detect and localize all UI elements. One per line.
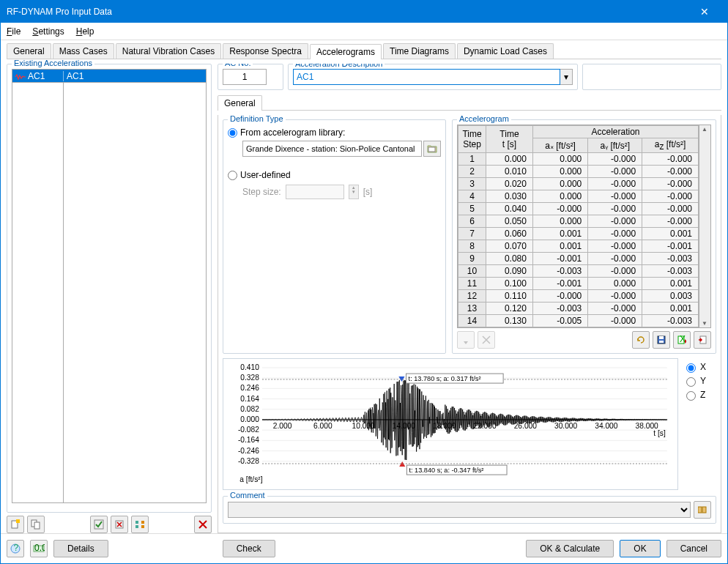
table-row[interactable]: 120.110-0.000-0.0000.003 [458,290,699,303]
inner-tab-general[interactable]: General [218,95,262,111]
svg-text:-0.246: -0.246 [238,447,259,455]
svg-text:0.410: 0.410 [240,363,259,371]
ac-no-group: AC No. [218,64,283,90]
tab-general[interactable]: General [7,43,51,59]
svg-rect-58 [698,507,702,513]
export-excel-button[interactable]: X [673,331,691,349]
comment-library-button[interactable] [694,501,711,519]
radio-user-defined[interactable] [228,171,237,180]
svg-text:t: 13.780 s; a: 0.317 ft/s²: t: 13.780 s; a: 0.317 ft/s² [409,376,481,383]
radio-axis-z[interactable] [686,391,696,401]
svg-text:0.164: 0.164 [240,395,259,403]
table-row[interactable]: 60.0500.000-0.000-0.000 [458,215,699,228]
tab-time-diagrams[interactable]: Time Diagrams [383,43,456,59]
table-row[interactable]: 90.080-0.001-0.000-0.003 [458,253,699,265]
col-ax: aₓ [ft/s²] [532,138,587,153]
tab-mass-cases[interactable]: Mass Cases [53,43,114,59]
table-row[interactable]: 140.130-0.005-0.000-0.003 [458,315,699,327]
pin-button[interactable] [457,331,475,349]
svg-rect-59 [702,507,706,513]
accelerogram-table[interactable]: TimeStep Timet [s] Acceleration aₓ [ft/s… [457,125,711,328]
table-row[interactable]: 70.0600.001-0.0000.001 [458,228,699,240]
svg-text:a [ft/s²]: a [ft/s²] [239,475,262,483]
col-time-step: TimeStep [458,126,486,153]
table-scrollbar[interactable] [699,125,710,327]
radio-axis-x[interactable] [686,363,696,373]
undo-button[interactable] [632,331,650,349]
col-time: Timet [s] [486,126,533,153]
list-item[interactable]: AC1 AC1 [12,70,206,83]
svg-text:30.000: 30.000 [554,422,578,430]
table-row[interactable]: 40.0300.000-0.000-0.000 [458,190,699,203]
copy-button[interactable] [27,516,45,533]
step-size-input [286,185,344,199]
unpin-button[interactable] [478,331,495,349]
ac-description-input[interactable] [293,69,560,85]
definition-type-group: Definition Type From accelerogram librar… [223,119,446,354]
table-row[interactable]: 130.120-0.003-0.0000.001 [458,303,699,315]
svg-rect-1 [16,519,20,523]
svg-rect-6 [135,521,138,524]
comment-input[interactable] [228,502,691,518]
menu-help[interactable]: Help [76,26,94,37]
svg-text:-0.164: -0.164 [238,437,259,445]
window-title: RF-DYNAM Pro Input Data [7,7,688,17]
svg-text:X: X [680,335,686,344]
ok-calculate-button[interactable]: OK & Calculate [526,540,614,557]
svg-text:-0.328: -0.328 [238,457,259,465]
tab-response-spectra[interactable]: Response Spectra [223,43,308,59]
radio-from-library-label: From accelerogram library: [240,127,345,138]
ok-button[interactable]: OK [620,540,660,557]
comment-group: Comment [223,496,716,524]
svg-text:26.000: 26.000 [514,422,538,430]
footer: ? 0.00 Details Check OK & Calculate OK C… [1,533,727,563]
check-toggle-button[interactable] [90,516,108,533]
radio-axis-y[interactable] [686,377,696,387]
save-button[interactable] [653,331,670,349]
empty-group [582,64,721,90]
col-acceleration: Acceleration [532,126,698,138]
tab-dynamic-load-cases[interactable]: Dynamic Load Cases [457,43,554,59]
table-row[interactable]: 50.040-0.000-0.000-0.000 [458,203,699,215]
svg-text:0.082: 0.082 [240,405,259,413]
delete-column-button[interactable] [111,516,128,533]
units-button[interactable]: 0.00 [30,540,48,557]
svg-rect-3 [34,522,40,529]
menu-settings[interactable]: Settings [32,26,64,37]
svg-text:-0.082: -0.082 [238,426,259,434]
col-ay: aᵧ [ft/s²] [588,138,642,153]
chevron-down-icon[interactable]: ▾ [560,69,573,85]
import-button[interactable] [694,331,711,349]
svg-text:0.328: 0.328 [240,374,259,382]
svg-text:0.00: 0.00 [34,543,45,553]
close-button[interactable]: ✕ [688,1,721,23]
accelerations-list[interactable]: AC1 AC1 [12,69,207,503]
table-row[interactable]: 110.100-0.0010.0000.001 [458,278,699,290]
help-button[interactable]: ? [7,540,24,557]
ac-no-input[interactable] [223,69,267,85]
tab-natural-vibration[interactable]: Natural Vibration Cases [116,43,222,59]
check-button[interactable]: Check [223,540,275,557]
new-button[interactable] [7,516,24,533]
table-row[interactable]: 10.0000.000-0.000-0.000 [458,153,699,166]
menu-file[interactable]: File [7,26,21,37]
step-size-label: Step size: [242,187,281,197]
delete-button[interactable] [194,516,212,533]
table-row[interactable]: 30.0200.000-0.000-0.000 [458,178,699,190]
library-browse-button[interactable] [423,141,441,157]
svg-text:t [s]: t [s] [653,429,666,437]
ac-description-legend: Acceleration Description [293,64,385,69]
accelerogram-chart[interactable]: -0.328-0.246-0.164-0.0820.0000.0820.1640… [223,358,678,490]
reorder-button[interactable] [131,516,149,533]
table-row[interactable]: 100.090-0.003-0.000-0.003 [458,265,699,278]
svg-rect-12 [659,341,664,343]
radio-from-library[interactable] [228,128,237,138]
cancel-button[interactable]: Cancel [666,540,721,557]
details-button[interactable]: Details [53,540,108,557]
accelerogram-group: Accelerogram TimeStep Timet [s] Accelera… [452,119,716,354]
svg-text:34.000: 34.000 [595,422,618,430]
table-row[interactable]: 20.0100.000-0.000-0.000 [458,166,699,178]
tab-accelerograms[interactable]: Accelerograms [310,44,382,59]
table-row[interactable]: 80.0700.001-0.000-0.001 [458,240,699,253]
svg-rect-10 [428,147,435,152]
